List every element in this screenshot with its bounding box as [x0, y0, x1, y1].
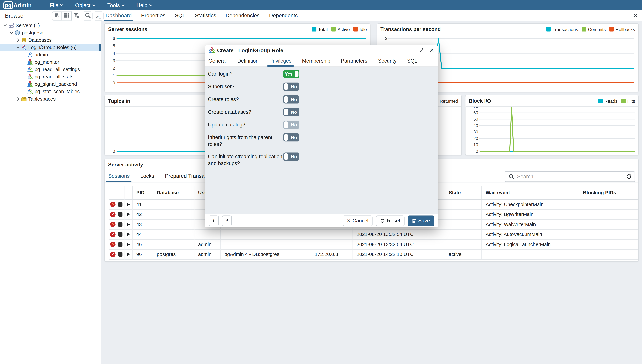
close-panel-icon[interactable]: ✕: [633, 12, 638, 19]
tree-item-pg-read-all-stats[interactable]: pg_read_all_stats: [0, 73, 101, 80]
row-action-cell: ✕: [109, 230, 116, 240]
panel-title: Server sessions: [108, 26, 147, 32]
tree-item-pg-monitor[interactable]: pg_monitor: [0, 58, 101, 66]
tree-item-admin[interactable]: admin: [0, 51, 101, 58]
database-io-button[interactable]: [52, 12, 62, 20]
dialog-tab-security[interactable]: Security: [378, 58, 396, 66]
terminate-session-icon[interactable]: [118, 222, 122, 227]
dialog-tab-sql[interactable]: SQL: [407, 58, 417, 66]
tab-sql[interactable]: SQL: [175, 10, 185, 21]
dialog-tab-membership[interactable]: Membership: [302, 58, 330, 66]
dialog-close-icon[interactable]: ✕: [430, 48, 434, 54]
menu-file[interactable]: File: [50, 2, 64, 8]
cancel-session-icon[interactable]: ✕: [110, 222, 115, 227]
terminate-session-icon[interactable]: [118, 232, 122, 237]
tab-dashboard[interactable]: Dashboard: [106, 10, 132, 21]
cancel-session-icon[interactable]: ✕: [110, 202, 115, 207]
group-role-icon: [209, 47, 215, 54]
dialog-tab-parameters[interactable]: Parameters: [341, 58, 367, 66]
browser-toolbar: >_: [52, 12, 104, 20]
tree-item-pg-read-all-settings[interactable]: pg_read_all_settings: [0, 66, 101, 73]
expand-row-icon[interactable]: [127, 243, 130, 246]
toggle-create-databases[interactable]: No: [283, 108, 299, 116]
expand-row-icon[interactable]: [127, 223, 130, 226]
filter-button[interactable]: [72, 12, 82, 20]
menu-help[interactable]: Help: [136, 2, 153, 8]
column-header-pid: PID: [133, 186, 153, 200]
tree-item-label: admin: [35, 52, 48, 58]
terminate-session-icon[interactable]: [118, 212, 122, 217]
legend-item-rollbacks: Rollbacks: [609, 27, 635, 32]
menu-object[interactable]: Object: [75, 2, 96, 8]
filter-icon: [73, 12, 79, 20]
legend-swatch: [312, 27, 316, 32]
terminate-session-icon[interactable]: [118, 252, 122, 257]
tree-item-servers-1[interactable]: Servers (1): [0, 22, 101, 29]
cancel-session-icon[interactable]: ✕: [110, 242, 115, 247]
toggle-value: No: [289, 97, 299, 102]
legend-item-idle: Idle: [353, 27, 367, 32]
reset-icon: [380, 218, 385, 223]
expand-row-icon[interactable]: [127, 213, 130, 216]
tree-item-pg-stat-scan-tables[interactable]: pg_stat_scan_tables: [0, 88, 101, 95]
table-row[interactable]: ✕96postgresadminpgAdmin 4 - DB:postgres1…: [109, 250, 638, 260]
reset-button[interactable]: Reset: [376, 216, 404, 226]
tree-item-pg-signal-backend[interactable]: pg_signal_backend: [0, 80, 101, 88]
legend-item-hits: Hits: [621, 98, 635, 103]
table-row[interactable]: ✕442021-08-20 13:32:54 UTCActivity: Auto…: [109, 230, 638, 240]
dialog-tab-privileges[interactable]: Privileges: [269, 58, 291, 66]
column-header: [109, 186, 116, 200]
cancel-session-icon[interactable]: ✕: [110, 212, 115, 217]
chevron-down-icon[interactable]: [3, 24, 8, 28]
cell-state: [445, 220, 482, 230]
maximize-icon[interactable]: [420, 47, 424, 54]
legend-item-reads: Reads: [598, 98, 617, 103]
expand-row-icon[interactable]: [127, 233, 130, 236]
search-input[interactable]: [517, 174, 623, 180]
dialog-tab-general[interactable]: General: [208, 58, 227, 66]
tab-statistics[interactable]: Statistics: [195, 10, 216, 21]
legend-label: Idle: [360, 27, 367, 32]
cancel-button[interactable]: ✕Cancel: [343, 216, 372, 226]
tree-item-postgresql[interactable]: postgresql: [0, 29, 101, 36]
chevron-down-icon[interactable]: [15, 46, 21, 50]
toggle-can-login[interactable]: Yes: [283, 70, 299, 78]
chevron-right-icon[interactable]: [15, 97, 21, 101]
cancel-session-icon[interactable]: ✕: [110, 232, 115, 237]
terminate-session-icon[interactable]: [118, 202, 122, 207]
toggle-create-roles[interactable]: No: [283, 95, 299, 104]
menu-tools[interactable]: Tools: [107, 2, 125, 8]
activity-tab-locks[interactable]: Locks: [140, 173, 154, 182]
toggle-inherit-rights-from-the-parent-roles[interactable]: No: [283, 133, 299, 142]
table-row[interactable]: ✕46admin2021-08-20 13:32:54 UTCActivity:…: [109, 240, 638, 250]
save-button[interactable]: Save: [408, 216, 434, 226]
row-action-cell: [116, 210, 125, 220]
dialog-tab-definition[interactable]: Definition: [237, 58, 259, 66]
expand-row-icon[interactable]: [127, 253, 130, 256]
toggle-superuser[interactable]: No: [283, 83, 299, 91]
tree-item-login-group-roles-6[interactable]: Login/Group Roles (6): [0, 44, 101, 51]
cancel-session-icon[interactable]: ✕: [110, 252, 115, 257]
toggle-can-initiate-streaming-replication-and-backups[interactable]: No: [283, 152, 299, 161]
panel-title: Server activity: [108, 162, 143, 168]
tab-properties[interactable]: Properties: [141, 10, 165, 21]
grid-button[interactable]: [62, 12, 72, 20]
tab-dependencies[interactable]: Dependencies: [226, 10, 260, 21]
tree-scrollbar-thumb[interactable]: [99, 44, 101, 51]
terminate-session-icon[interactable]: [118, 242, 122, 247]
info-button[interactable]: i: [209, 216, 219, 226]
dialog-tabs: GeneralDefinitionPrivilegesMembershipPar…: [205, 56, 438, 66]
refresh-icon[interactable]: [623, 172, 635, 182]
toggle-value: No: [289, 154, 299, 159]
tab-dependents[interactable]: Dependents: [269, 10, 298, 21]
tree-item-tablespaces[interactable]: Tablespaces: [0, 95, 101, 103]
activity-tab-sessions[interactable]: Sessions: [108, 173, 130, 182]
dialog-header[interactable]: Create - Login/Group Role ✕: [205, 45, 438, 56]
expand-row-icon[interactable]: [127, 203, 130, 206]
chevron-down-icon[interactable]: [9, 31, 14, 35]
chevron-right-icon[interactable]: [15, 38, 21, 42]
help-button[interactable]: ?: [222, 216, 232, 226]
tree-item-databases[interactable]: Databases: [0, 36, 101, 44]
toggle-value: No: [289, 110, 299, 114]
search-button[interactable]: [83, 12, 93, 20]
